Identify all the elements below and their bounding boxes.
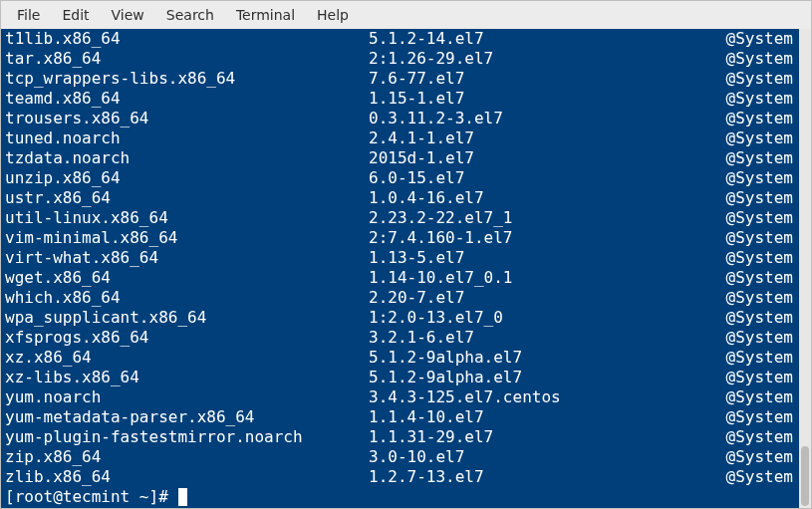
package-repo: @System: [717, 29, 795, 49]
menu-item-file[interactable]: File: [7, 3, 50, 27]
package-version: 3.0-10.el7: [369, 447, 717, 467]
prompt-line[interactable]: [root@tecmint ~]#: [5, 487, 795, 507]
terminal-wrap: t1lib.x86_645.1.2-14.el7@Systemtar.x86_6…: [1, 29, 811, 508]
package-name: virt-what.x86_64: [5, 248, 369, 268]
package-repo: @System: [717, 128, 795, 148]
package-name: wget.x86_64: [5, 268, 369, 288]
package-version: 7.6-77.el7: [369, 69, 717, 89]
package-repo: @System: [717, 109, 795, 128]
package-name: trousers.x86_64: [5, 109, 369, 128]
package-repo: @System: [717, 148, 795, 168]
package-version: 2:1.26-29.el7: [369, 49, 717, 69]
package-version: 5.1.2-9alpha.el7: [369, 348, 717, 368]
package-row: tuned.noarch2.4.1-1.el7@System: [5, 128, 795, 148]
terminal-window: FileEditViewSearchTerminalHelp t1lib.x86…: [0, 0, 812, 509]
package-repo: @System: [717, 308, 795, 328]
package-row: zlib.x86_641.2.7-13.el7@System: [5, 467, 795, 487]
package-repo: @System: [717, 49, 795, 69]
package-row: which.x86_642.20-7.el7@System: [5, 288, 795, 308]
package-repo: @System: [717, 168, 795, 188]
terminal-output[interactable]: t1lib.x86_645.1.2-14.el7@Systemtar.x86_6…: [1, 29, 799, 508]
package-repo: @System: [717, 288, 795, 308]
package-version: 1.13-5.el7: [369, 248, 717, 268]
package-name: yum.noarch: [5, 387, 369, 407]
package-row: teamd.x86_641.15-1.el7@System: [5, 89, 795, 109]
package-row: wget.x86_641.14-10.el7_0.1@System: [5, 268, 795, 288]
menu-item-view[interactable]: View: [102, 3, 154, 27]
package-name: tuned.noarch: [5, 128, 369, 148]
package-row: t1lib.x86_645.1.2-14.el7@System: [5, 29, 795, 49]
package-row: yum-metadata-parser.x86_641.1.4-10.el7@S…: [5, 407, 795, 427]
package-version: 1.2.7-13.el7: [369, 467, 717, 487]
package-version: 2:7.4.160-1.el7: [369, 228, 717, 248]
package-row: ustr.x86_641.0.4-16.el7@System: [5, 188, 795, 208]
scrollbar[interactable]: [799, 29, 811, 508]
package-name: unzip.x86_64: [5, 168, 369, 188]
scrollbar-thumb[interactable]: [801, 446, 809, 506]
package-name: which.x86_64: [5, 288, 369, 308]
package-name: xz-libs.x86_64: [5, 368, 369, 387]
package-row: virt-what.x86_641.13-5.el7@System: [5, 248, 795, 268]
package-name: teamd.x86_64: [5, 89, 369, 109]
package-version: 2.4.1-1.el7: [369, 128, 717, 148]
package-name: vim-minimal.x86_64: [5, 228, 369, 248]
package-name: xz.x86_64: [5, 348, 369, 368]
package-version: 2015d-1.el7: [369, 148, 717, 168]
package-version: 0.3.11.2-3.el7: [369, 109, 717, 128]
package-row: zip.x86_643.0-10.el7@System: [5, 447, 795, 467]
package-row: wpa_supplicant.x86_641:2.0-13.el7_0@Syst…: [5, 308, 795, 328]
package-version: 1.0.4-16.el7: [369, 188, 717, 208]
package-name: wpa_supplicant.x86_64: [5, 308, 369, 328]
package-repo: @System: [717, 188, 795, 208]
package-row: yum.noarch3.4.3-125.el7.centos@System: [5, 387, 795, 407]
package-version: 1.1.4-10.el7: [369, 407, 717, 427]
cursor: [178, 488, 187, 506]
package-name: xfsprogs.x86_64: [5, 328, 369, 348]
shell-prompt: [root@tecmint ~]#: [5, 487, 177, 507]
package-version: 3.4.3-125.el7.centos: [369, 387, 717, 407]
package-row: xz.x86_645.1.2-9alpha.el7@System: [5, 348, 795, 368]
package-version: 2.23.2-22.el7_1: [369, 208, 717, 228]
package-name: yum-metadata-parser.x86_64: [5, 407, 369, 427]
package-row: unzip.x86_646.0-15.el7@System: [5, 168, 795, 188]
menu-item-help[interactable]: Help: [307, 3, 359, 27]
package-name: yum-plugin-fastestmirror.noarch: [5, 427, 369, 447]
package-row: trousers.x86_640.3.11.2-3.el7@System: [5, 109, 795, 128]
package-repo: @System: [717, 348, 795, 368]
package-row: tzdata.noarch2015d-1.el7@System: [5, 148, 795, 168]
package-repo: @System: [717, 387, 795, 407]
package-name: util-linux.x86_64: [5, 208, 369, 228]
package-version: 5.1.2-9alpha.el7: [369, 368, 717, 387]
package-repo: @System: [717, 328, 795, 348]
package-repo: @System: [717, 427, 795, 447]
package-version: 5.1.2-14.el7: [369, 29, 717, 49]
package-repo: @System: [717, 268, 795, 288]
package-name: ustr.x86_64: [5, 188, 369, 208]
package-repo: @System: [717, 89, 795, 109]
menu-item-terminal[interactable]: Terminal: [226, 3, 305, 27]
package-row: yum-plugin-fastestmirror.noarch1.1.31-29…: [5, 427, 795, 447]
package-row: xfsprogs.x86_643.2.1-6.el7@System: [5, 328, 795, 348]
package-version: 1:2.0-13.el7_0: [369, 308, 717, 328]
package-row: vim-minimal.x86_642:7.4.160-1.el7@System: [5, 228, 795, 248]
menu-item-search[interactable]: Search: [156, 3, 224, 27]
package-name: tzdata.noarch: [5, 148, 369, 168]
package-repo: @System: [717, 228, 795, 248]
package-version: 1.1.31-29.el7: [369, 427, 717, 447]
package-version: 1.14-10.el7_0.1: [369, 268, 717, 288]
package-repo: @System: [717, 467, 795, 487]
package-row: xz-libs.x86_645.1.2-9alpha.el7@System: [5, 368, 795, 387]
package-version: 6.0-15.el7: [369, 168, 717, 188]
package-repo: @System: [717, 69, 795, 89]
package-name: t1lib.x86_64: [5, 29, 369, 49]
package-repo: @System: [717, 407, 795, 427]
package-version: 2.20-7.el7: [369, 288, 717, 308]
package-name: zip.x86_64: [5, 447, 369, 467]
package-repo: @System: [717, 208, 795, 228]
package-name: tcp_wrappers-libs.x86_64: [5, 69, 369, 89]
menu-item-edit[interactable]: Edit: [52, 3, 99, 27]
package-repo: @System: [717, 368, 795, 387]
package-version: 3.2.1-6.el7: [369, 328, 717, 348]
package-name: zlib.x86_64: [5, 467, 369, 487]
package-repo: @System: [717, 248, 795, 268]
